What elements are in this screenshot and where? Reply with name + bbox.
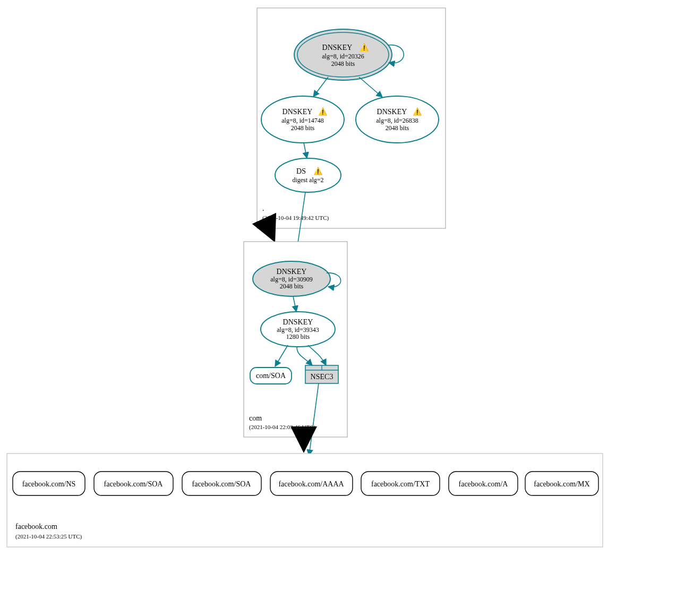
svg-text:alg=8, id=39343: alg=8, id=39343 bbox=[277, 326, 319, 333]
zone-fb: facebook.com (2021-10-04 22:53:25 UTC) f… bbox=[7, 454, 603, 547]
svg-text:facebook.com/MX: facebook.com/MX bbox=[534, 480, 589, 488]
node-com-soa: com/SOA bbox=[250, 367, 292, 384]
svg-text:facebook.com/SOA: facebook.com/SOA bbox=[104, 480, 164, 488]
warning-icon: ⚠️ bbox=[313, 167, 323, 176]
svg-text:facebook.com/A: facebook.com/A bbox=[459, 480, 509, 488]
warning-icon: ⚠️ bbox=[413, 107, 422, 116]
node-com-zsk: DNSKEY alg=8, id=39343 1280 bits bbox=[261, 312, 335, 347]
zone-fb-timestamp: (2021-10-04 22:53:25 UTC) bbox=[15, 533, 82, 540]
rr-txt: facebook.com/TXT bbox=[361, 472, 440, 495]
svg-text:facebook.com/NS: facebook.com/NS bbox=[22, 480, 76, 488]
svg-text:com/SOA: com/SOA bbox=[256, 372, 286, 380]
rr-aaaa: facebook.com/AAAA bbox=[270, 472, 353, 495]
svg-text:2048 bits: 2048 bits bbox=[386, 124, 409, 132]
node-root-zsk1: DNSKEY ⚠️ alg=8, id=14748 2048 bits bbox=[261, 96, 344, 143]
zone-com-title: com bbox=[249, 414, 262, 422]
svg-text:NSEC3: NSEC3 bbox=[311, 373, 333, 381]
svg-text:DNSKEY: DNSKEY bbox=[277, 268, 307, 276]
zone-root-title: . bbox=[262, 204, 264, 212]
node-com-nsec3: NSEC3 bbox=[305, 365, 338, 383]
node-root-ds: DS ⚠️ digest alg=2 bbox=[275, 158, 341, 192]
svg-rect-34 bbox=[7, 454, 603, 547]
svg-text:facebook.com/TXT: facebook.com/TXT bbox=[371, 480, 430, 488]
zone-fb-title: facebook.com bbox=[15, 523, 57, 531]
svg-text:digest alg=2: digest alg=2 bbox=[292, 176, 323, 184]
svg-text:DNSKEY: DNSKEY bbox=[377, 108, 407, 116]
svg-text:DNSKEY: DNSKEY bbox=[322, 44, 353, 52]
svg-text:alg=8, id=30909: alg=8, id=30909 bbox=[270, 276, 313, 283]
node-root-ksk: DNSKEY ⚠️ alg=8, id=20326 2048 bits bbox=[294, 29, 392, 80]
rr-soa2: facebook.com/SOA bbox=[182, 472, 261, 495]
svg-text:2048 bits: 2048 bits bbox=[291, 124, 315, 132]
rr-mx: facebook.com/MX bbox=[525, 472, 598, 495]
zone-com-timestamp: (2021-10-04 22:03:46 UTC) bbox=[249, 424, 316, 431]
rr-a: facebook.com/A bbox=[449, 472, 518, 495]
svg-text:2048 bits: 2048 bits bbox=[331, 60, 355, 67]
svg-text:1280 bits: 1280 bits bbox=[286, 333, 310, 340]
zone-root: . (2021-10-04 19:49:42 UTC) DNSKEY ⚠️ al… bbox=[257, 8, 446, 228]
zone-root-timestamp: (2021-10-04 19:49:42 UTC) bbox=[262, 215, 329, 221]
svg-text:DNSKEY: DNSKEY bbox=[283, 108, 313, 116]
svg-text:alg=8, id=20326: alg=8, id=20326 bbox=[322, 53, 364, 60]
svg-text:2048 bits: 2048 bits bbox=[280, 283, 304, 290]
rr-ns: facebook.com/NS bbox=[13, 472, 85, 495]
svg-text:DS: DS bbox=[296, 167, 306, 175]
warning-icon: ⚠️ bbox=[360, 43, 369, 52]
svg-line-17 bbox=[269, 228, 274, 240]
svg-text:facebook.com/AAAA: facebook.com/AAAA bbox=[278, 480, 344, 488]
svg-text:alg=8, id=14748: alg=8, id=14748 bbox=[281, 117, 324, 124]
node-com-ksk: DNSKEY alg=8, id=30909 2048 bits bbox=[253, 261, 330, 296]
warning-icon: ⚠️ bbox=[318, 107, 328, 116]
rr-soa1: facebook.com/SOA bbox=[94, 472, 173, 495]
dnssec-diagram: . (2021-10-04 19:49:42 UTC) DNSKEY ⚠️ al… bbox=[0, 0, 676, 616]
zone-com: com (2021-10-04 22:03:46 UTC) DNSKEY alg… bbox=[244, 242, 347, 437]
svg-point-14 bbox=[275, 158, 341, 192]
svg-text:DNSKEY: DNSKEY bbox=[283, 318, 313, 326]
svg-text:alg=8, id=26838: alg=8, id=26838 bbox=[376, 117, 418, 124]
node-root-zsk2: DNSKEY ⚠️ alg=8, id=26838 2048 bits bbox=[356, 96, 439, 143]
svg-text:facebook.com/SOA: facebook.com/SOA bbox=[192, 480, 252, 488]
